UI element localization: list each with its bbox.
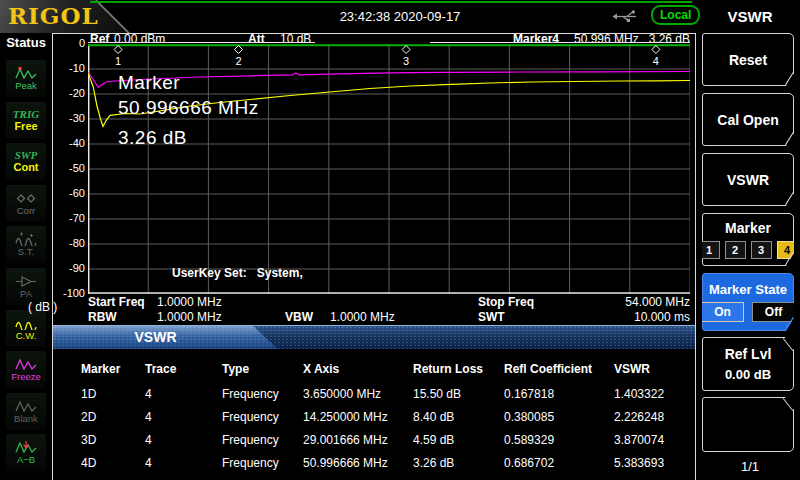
table-row-1-cell-4: 8.40 dB xyxy=(413,405,504,428)
menu-button-marker-label: Marker xyxy=(725,220,771,236)
corr-waveform-icon xyxy=(14,191,38,205)
table-row-1-cell-0: 2D xyxy=(81,405,145,428)
table-row-3-cell-0: 4D xyxy=(81,451,145,474)
marker-overlay-title: Marker xyxy=(118,72,180,94)
vbw-value: 1.0000 MHz xyxy=(330,310,395,324)
menu-button-vswr-label: VSWR xyxy=(727,172,769,188)
y-tick--70: -70 xyxy=(48,212,85,224)
table-row-0-cell-5: 0.167818 xyxy=(504,382,614,405)
cw-waveform-icon xyxy=(14,316,38,330)
header-underline-left xyxy=(88,42,315,43)
swt-value: 10.000 ms xyxy=(555,310,690,324)
svg-text:3: 3 xyxy=(403,55,409,67)
toggle-on[interactable]: On xyxy=(701,302,744,322)
y-tick--60: -60 xyxy=(48,187,85,199)
table-row-2-cell-6: 3.870074 xyxy=(614,428,693,451)
table-header-1: Trace xyxy=(145,356,222,382)
status-ab-label: A−B xyxy=(17,455,35,465)
table-row-0-cell-3: 3.650000 MHz xyxy=(303,382,413,405)
status-peak-label: Peak xyxy=(15,81,37,91)
ab-waveform-icon xyxy=(14,440,38,454)
table-row-2-cell-4: 4.59 dB xyxy=(413,428,504,451)
status-item-st: S.T. xyxy=(6,226,46,263)
y-tick--10: -10 xyxy=(48,62,85,74)
menu-button-marker-state-label: Marker State xyxy=(709,282,787,297)
svg-text:2: 2 xyxy=(235,55,241,67)
table-row-1-cell-2: Frequency xyxy=(222,405,303,428)
pa-waveform-icon xyxy=(14,274,38,288)
userkey-message: UserKey Set: System, xyxy=(172,266,303,280)
marker-table: MarkerTraceTypeX AxisReturn LossRefl Coe… xyxy=(81,356,693,474)
table-row-1-cell-5: 0.380085 xyxy=(504,405,614,428)
menu-button-marker-state[interactable]: Marker StateOnOff xyxy=(702,273,794,331)
toggle-off[interactable]: Off xyxy=(752,302,795,322)
table-row-3-cell-1: 4 xyxy=(145,451,222,474)
rigol-logo: RIGOL xyxy=(8,2,99,29)
marker-number-3[interactable]: 3 xyxy=(751,241,772,259)
table-row-2-cell-5: 0.589329 xyxy=(504,428,614,451)
table-row-2-cell-1: 4 xyxy=(145,428,222,451)
stop-freq-label: Stop Freq xyxy=(478,295,534,309)
menu-button-cal-open-label: Cal Open xyxy=(717,112,778,128)
menu-button-reset[interactable]: Reset xyxy=(702,33,794,86)
marker-state-toggle: OnOff xyxy=(701,302,795,322)
status-item-swp: SWPCont xyxy=(6,143,46,180)
menu-button-empty[interactable] xyxy=(702,397,794,452)
status-panel-title: Status xyxy=(0,35,52,50)
menu-button-vswr[interactable]: VSWR xyxy=(702,153,794,206)
peak-waveform-icon xyxy=(14,66,38,80)
status-corr-label: Corr xyxy=(17,206,35,216)
y-tick--40: -40 xyxy=(48,137,85,149)
start-freq-value: 1.0000 MHz xyxy=(157,295,222,309)
analyzer-screen: { "brand": "RIGOL", "top_bar": { "timest… xyxy=(0,0,800,480)
table-row-3-cell-4: 3.26 dB xyxy=(413,451,504,474)
table-row-0-cell-1: 4 xyxy=(145,382,222,405)
status-item-freeze: Freeze xyxy=(6,351,46,388)
status-item-peak: Peak xyxy=(6,60,46,97)
blank-waveform-icon xyxy=(14,399,38,413)
timestamp: 23:42:38 2020-09-17 xyxy=(280,9,520,24)
marker-overlay-freq: 50.996666 MHz xyxy=(118,97,259,119)
status-item-ab: A−B xyxy=(6,434,46,471)
status-trig-mode: TRIG xyxy=(13,108,39,120)
table-row-3-cell-6: 5.383693 xyxy=(614,451,693,474)
y-tick--30: -30 xyxy=(48,112,85,124)
y-tick--80: -80 xyxy=(48,237,85,249)
menu-button-marker[interactable]: Marker1234 xyxy=(702,213,794,266)
menu-button-ref-lvl-label: Ref Lvl xyxy=(725,346,772,362)
start-freq-label: Start Freq xyxy=(88,295,145,309)
menu-title: VSWR xyxy=(700,8,800,25)
table-row-0-cell-6: 1.403322 xyxy=(614,382,693,405)
top-green-line xyxy=(90,1,692,3)
vbw-label: VBW xyxy=(285,310,313,324)
table-header-2: Type xyxy=(222,356,303,382)
table-row-0-cell-2: Frequency xyxy=(222,382,303,405)
rbw-label: RBW xyxy=(88,310,117,324)
y-tick--20: -20 xyxy=(48,87,85,99)
table-header-5: Refl Coefficient xyxy=(504,356,614,382)
status-item-trig: TRIGFree xyxy=(6,102,46,139)
menu-button-cal-open[interactable]: Cal Open xyxy=(702,93,794,146)
table-row-1-cell-1: 4 xyxy=(145,405,222,428)
table-row-2-cell-2: Frequency xyxy=(222,428,303,451)
status-item-cw: C.W. xyxy=(6,310,46,347)
marker-number-1[interactable]: 1 xyxy=(699,241,720,259)
marker-number-row: 1234 xyxy=(699,241,798,259)
sidebar-divider xyxy=(52,33,53,480)
status-cw-label: C.W. xyxy=(16,331,37,341)
marker-number-4[interactable]: 4 xyxy=(777,241,798,259)
status-freeze-label: Freeze xyxy=(11,372,41,382)
y-tick-0: 0 xyxy=(48,37,85,49)
header-underline-right xyxy=(430,42,690,43)
y-tick--100: -100 xyxy=(48,287,85,299)
marker-number-2[interactable]: 2 xyxy=(725,241,746,259)
menu-button-ref-lvl[interactable]: Ref Lvl0.00 dB xyxy=(702,337,794,391)
function-tab-title: VSWR xyxy=(53,326,258,349)
status-swp-value: Cont xyxy=(13,161,38,174)
st-waveform-icon xyxy=(14,232,38,246)
function-bar: VSWR xyxy=(53,325,695,349)
table-row-0-cell-4: 15.50 dB xyxy=(413,382,504,405)
table-header-0: Marker xyxy=(81,356,145,382)
usb-remote-icon xyxy=(610,9,640,24)
rbw-value: 1.0000 MHz xyxy=(157,310,222,324)
